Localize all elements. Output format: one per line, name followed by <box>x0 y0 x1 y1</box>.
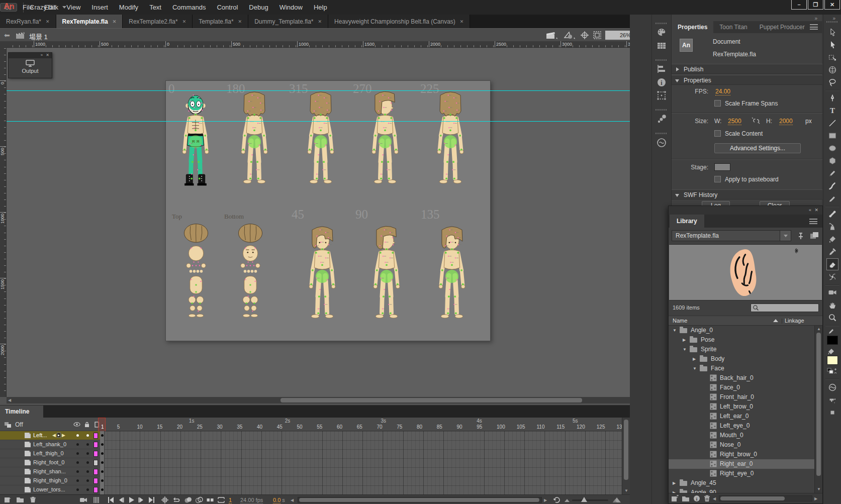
tab-puppet-producer[interactable]: Puppet Producer <box>754 21 811 33</box>
tool-zoom[interactable] <box>827 312 838 323</box>
collapsed-arrow-icon[interactable]: ▶ <box>673 481 676 485</box>
menu-file[interactable]: File <box>17 0 39 15</box>
character-figure[interactable] <box>362 223 411 337</box>
character-figure[interactable] <box>426 88 475 203</box>
panel-menu-icon[interactable] <box>809 219 817 224</box>
tool-selection[interactable] <box>827 27 838 38</box>
character-figure[interactable]: RЯ <box>171 88 220 203</box>
timeline-layer[interactable]: Right_foot_0 <box>0 458 100 467</box>
tool-pencil[interactable] <box>827 168 838 179</box>
menu-window[interactable]: Window <box>274 0 308 15</box>
zoom-in-frames-icon[interactable] <box>612 497 621 503</box>
collapse-panel-chevron[interactable]: » <box>814 16 818 21</box>
layer-visibility-dot[interactable] <box>76 470 79 473</box>
document-tab[interactable]: RexRyan.fla*✕ <box>0 15 56 28</box>
tab-close-icon[interactable]: ✕ <box>46 19 50 24</box>
tool-text[interactable]: T <box>827 105 838 116</box>
column-linkage[interactable]: Linkage <box>785 316 804 326</box>
link-width-height-icon[interactable] <box>751 117 761 125</box>
tool-option-faucet[interactable] <box>827 394 838 406</box>
scene-name[interactable]: 場景 1 <box>29 32 48 41</box>
library-item[interactable]: Right_ear_0 <box>669 459 814 469</box>
tool-fluid-brush[interactable] <box>827 180 838 191</box>
keyframe-dot[interactable] <box>101 488 104 491</box>
height-value[interactable]: 2000 <box>779 118 793 125</box>
collapsed-arrow-icon[interactable]: ▶ <box>683 338 686 342</box>
character-figure[interactable] <box>297 88 345 203</box>
new-layer-icon[interactable] <box>4 496 12 504</box>
reset-timeline-zoom-icon[interactable] <box>553 496 561 504</box>
guide-line[interactable] <box>7 121 645 122</box>
layer-lock-dot[interactable] <box>86 488 89 491</box>
pin-library-icon[interactable] <box>795 231 805 240</box>
library-item[interactable]: ▼Sprite <box>669 345 814 354</box>
transform-panel-icon[interactable] <box>656 90 667 101</box>
keyframe-dot[interactable] <box>101 434 104 437</box>
document-tab[interactable]: RexTemplate2.fla*✕ <box>123 15 193 28</box>
tool-rectangle[interactable] <box>827 130 838 141</box>
menu-edit[interactable]: Edit <box>39 0 61 15</box>
character-figure[interactable] <box>172 222 220 327</box>
tool-eyedropper[interactable] <box>827 246 838 257</box>
character-figure[interactable] <box>361 88 409 203</box>
character-figure[interactable] <box>298 223 346 337</box>
play-icon[interactable] <box>127 496 135 504</box>
go-to-last-frame-icon[interactable] <box>147 496 155 504</box>
layer-parenting-icon[interactable] <box>4 422 12 428</box>
library-item[interactable]: ▶Angle_90 <box>669 488 814 493</box>
loop-icon[interactable] <box>172 496 180 504</box>
align-panel-icon[interactable] <box>656 64 667 75</box>
menu-modify[interactable]: Modify <box>114 0 144 15</box>
timeline-layer[interactable]: Right_thigh_0 <box>0 476 100 485</box>
layer-lock-dot[interactable] <box>86 479 89 482</box>
keyframe-dot[interactable] <box>101 470 104 473</box>
menu-control[interactable]: Control <box>211 0 243 15</box>
tool-lasso[interactable] <box>827 77 838 88</box>
library-horizontal-scrollbar[interactable] <box>719 495 812 501</box>
tab-properties[interactable]: Properties <box>672 21 713 33</box>
library-item[interactable]: ▶Angle_45 <box>669 478 814 488</box>
new-folder-icon[interactable] <box>16 496 24 504</box>
tool-classic-brush[interactable] <box>827 193 838 204</box>
output-panel-header[interactable]: » ✕ <box>9 53 52 58</box>
panel-group-gripper[interactable] <box>656 23 668 24</box>
library-item[interactable]: ▶Body <box>669 354 814 364</box>
tab-close-icon[interactable]: ✕ <box>318 19 322 24</box>
sort-ascending-icon[interactable] <box>773 319 778 322</box>
timeline-layer[interactable]: Right_shan... <box>0 467 100 476</box>
tool-pen[interactable] <box>827 92 838 104</box>
scroll-right-icon[interactable]: ▶ <box>544 498 547 502</box>
minimize-button[interactable]: – <box>791 0 807 10</box>
width-value[interactable]: 2500 <box>728 118 741 125</box>
layer-depth-icon[interactable] <box>92 496 101 504</box>
show-hide-all-layers-icon[interactable] <box>73 422 80 427</box>
tab-timeline[interactable]: Timeline <box>0 406 43 418</box>
close-button[interactable]: ✕ <box>824 0 840 10</box>
layer-lock-dot[interactable] <box>86 434 89 437</box>
panel-group-gripper[interactable] <box>656 59 668 61</box>
library-item[interactable]: Right_brow_0 <box>669 450 814 459</box>
step-back-icon[interactable] <box>117 496 125 504</box>
layer-outline-color[interactable] <box>94 433 98 439</box>
keyframe-column[interactable] <box>100 431 105 494</box>
tool-asset-warp[interactable] <box>827 271 838 282</box>
guide-line[interactable] <box>7 90 645 91</box>
tool-subselection[interactable] <box>827 39 838 50</box>
tool-option-eraser-shape[interactable] <box>827 407 838 418</box>
tool-line[interactable] <box>827 118 838 129</box>
library-item[interactable]: Left_eye_0 <box>669 421 814 431</box>
elapsed-time-readout[interactable]: 0.0 s <box>273 497 285 503</box>
step-forward-icon[interactable] <box>137 496 145 504</box>
new-folder-icon[interactable] <box>682 495 690 501</box>
menu-insert[interactable]: Insert <box>86 0 114 15</box>
stage-color-swatch[interactable] <box>714 163 730 171</box>
expanded-arrow-icon[interactable]: ▼ <box>693 366 697 371</box>
column-name[interactable]: Name <box>673 316 687 326</box>
library-item[interactable]: ▼Face <box>669 364 814 373</box>
layer-lock-dot[interactable] <box>86 443 89 446</box>
collapse-panel-chevron[interactable]: » <box>832 16 836 21</box>
layer-visibility-dot[interactable] <box>76 461 79 464</box>
current-frame-readout[interactable]: 1 <box>229 497 232 503</box>
character-figure[interactable] <box>226 222 274 327</box>
library-item[interactable]: Back_hair_0 <box>669 373 814 383</box>
